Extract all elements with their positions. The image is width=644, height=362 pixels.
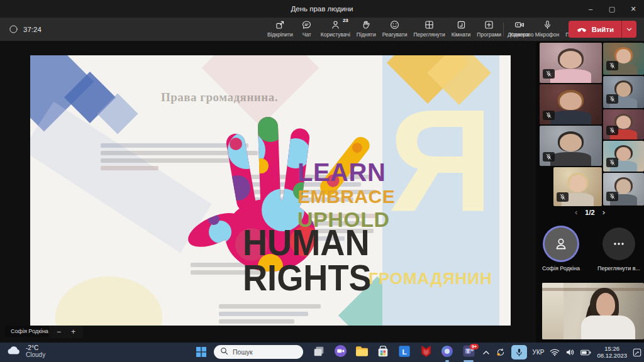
participant-tile[interactable] — [603, 43, 644, 75]
presenter-video-tile[interactable] — [542, 283, 644, 339]
participant-figure — [550, 111, 591, 124]
apps-button[interactable]: Програми — [474, 18, 504, 39]
l-app-icon: L — [398, 345, 411, 360]
zoom-out-button[interactable]: − — [57, 327, 61, 336]
slide-headline: HUMAN RIGHTS — [243, 225, 372, 295]
participant-figure — [560, 134, 582, 152]
notification-center-icon[interactable] — [633, 348, 641, 357]
close-button[interactable]: ✕ — [623, 0, 644, 18]
chat-button[interactable]: Чат — [296, 18, 318, 39]
view-button[interactable]: Переглянути — [410, 18, 448, 39]
tray-time: 15:26 — [604, 346, 619, 353]
participant-tile[interactable] — [603, 141, 644, 172]
participant-figure — [616, 179, 631, 194]
open-app-indicator — [445, 360, 449, 362]
camera-label: Камера — [510, 31, 529, 38]
slide-headline-line1: HUMAN — [243, 225, 372, 260]
microphone-button[interactable]: Мікрофон — [532, 18, 563, 39]
participant-tile[interactable] — [553, 167, 602, 206]
view-more-label: Переглянути в... — [597, 265, 640, 272]
unpin-button[interactable]: Відкріпити — [264, 18, 296, 39]
taskbar-search[interactable]: Пошук — [214, 345, 303, 359]
wifi-icon[interactable] — [550, 348, 560, 356]
mcafee-taskbar-button[interactable] — [419, 346, 433, 359]
meeting-timer-value: 37:24 — [23, 26, 42, 33]
zoom-in-button[interactable]: + — [71, 327, 75, 336]
meeting-timer: 37:24 — [9, 18, 42, 41]
mic-muted-icon — [606, 158, 618, 167]
participant-tile[interactable] — [603, 76, 644, 108]
search-icon — [220, 346, 228, 358]
react-icon — [389, 19, 400, 30]
participant-avatar-sofiia[interactable] — [545, 228, 577, 260]
participant-figure — [616, 147, 631, 161]
file-explorer-taskbar-button[interactable] — [355, 346, 369, 359]
meeting-toolbar: 37:24 ВідкріпитиЧат23КористувачіПіднятиР… — [0, 18, 644, 41]
faded-text-line — [219, 304, 321, 309]
mic-muted-icon — [606, 126, 618, 135]
raise-hand-button[interactable]: Підняти — [353, 18, 379, 39]
tray-date: 08.12.2023 — [597, 353, 627, 359]
mic-muted-icon — [606, 61, 618, 70]
rooms-label: Кімнати — [452, 31, 471, 38]
view-icon — [424, 19, 435, 30]
participant-tile[interactable] — [603, 109, 644, 140]
tray-sync-icon[interactable] — [496, 348, 506, 357]
hangup-icon — [576, 25, 587, 34]
maximize-button[interactable]: ▢ — [601, 0, 623, 18]
view-more-participants-button[interactable] — [602, 228, 635, 260]
mic-muted-icon — [543, 152, 555, 162]
chat-label: Чат — [303, 31, 311, 38]
slide-big-letter: Я — [382, 67, 499, 255]
mic-muted-icon — [557, 192, 569, 202]
leave-button[interactable]: Вийти — [569, 21, 636, 38]
chat-icon — [301, 19, 312, 30]
participant-count-badge: 23 — [343, 18, 348, 23]
participant-tile[interactable] — [540, 84, 602, 124]
minimize-button[interactable]: – — [580, 0, 601, 18]
battery-icon[interactable] — [580, 349, 591, 356]
room-background — [542, 283, 564, 339]
faded-text-line — [219, 319, 294, 324]
teams-taskbar-button[interactable]: T9+ — [462, 346, 475, 359]
leave-options-chevron[interactable] — [621, 21, 636, 38]
participants-next-page[interactable]: › — [602, 207, 605, 217]
participant-figure — [560, 51, 582, 69]
presentation-slide: Я Права громадянина. — [30, 55, 511, 326]
participant-tile[interactable] — [603, 173, 644, 206]
copilot-icon — [441, 345, 453, 360]
system-tray: УКР 15:26 08.12.2023 — [482, 343, 641, 362]
participant-tile[interactable] — [540, 43, 602, 83]
l-app-taskbar-button[interactable]: L — [397, 346, 411, 359]
microphone-label: Мікрофон — [535, 31, 560, 38]
taskbar-app-icons: LT9+ — [312, 343, 475, 362]
active-app-indicator — [464, 360, 474, 362]
copilot-taskbar-button[interactable] — [440, 346, 454, 359]
tray-microphone-button[interactable] — [511, 345, 527, 359]
react-button[interactable]: Реагувати — [379, 18, 411, 39]
slide-headline-line2: RIGHTS — [243, 260, 372, 295]
meeting-title: День прав людини — [0, 0, 644, 18]
participants-button[interactable]: 23Користувачі — [318, 18, 353, 39]
apps-icon — [484, 19, 494, 30]
volume-icon[interactable] — [565, 348, 575, 356]
leave-button-label: Вийти — [592, 26, 614, 33]
svg-text:T: T — [466, 348, 470, 354]
rooms-button[interactable]: Кімнати — [448, 18, 474, 39]
tray-chevron-up-icon[interactable] — [482, 349, 490, 356]
apps-label: Програми — [477, 31, 501, 38]
participant-figure — [616, 116, 631, 129]
participants-prev-page[interactable]: ‹ — [575, 207, 577, 217]
task-view-icon — [313, 345, 325, 360]
participant-tile[interactable] — [540, 126, 602, 166]
start-button[interactable] — [196, 346, 207, 360]
video-app-taskbar-button[interactable] — [333, 346, 347, 359]
language-indicator[interactable]: УКР — [533, 349, 545, 356]
task-view-taskbar-button[interactable] — [312, 346, 326, 359]
store-taskbar-button[interactable] — [376, 346, 390, 359]
toolbar-buttons: ВідкріпитиЧат23КористувачіПіднятиРеагува… — [264, 18, 537, 39]
clock-widget[interactable]: 15:26 08.12.2023 — [597, 346, 627, 359]
participants-page-indicator: 1/2 — [585, 209, 594, 216]
weather-widget[interactable]: -2°C Cloudy — [6, 344, 45, 358]
camera-button[interactable]: Камера — [507, 18, 532, 39]
